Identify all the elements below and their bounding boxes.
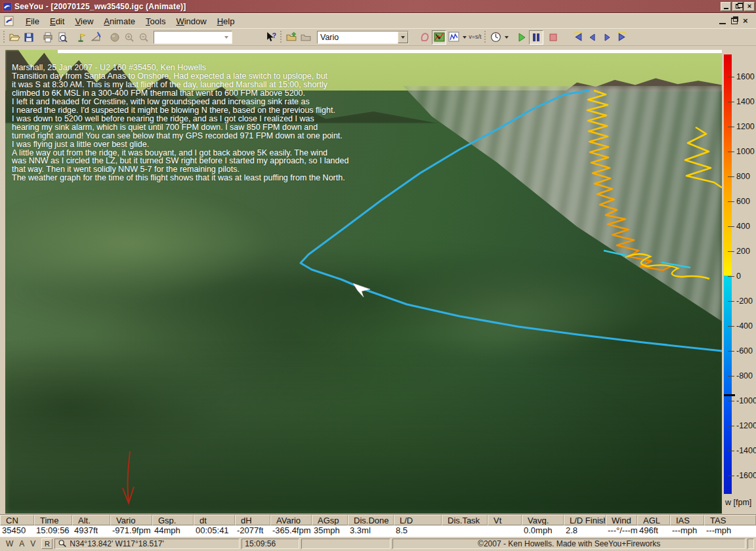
open-file-button[interactable] bbox=[7, 30, 22, 45]
table-column: Wind ---°/---mph bbox=[606, 515, 637, 537]
flight-track-lz-cyan[interactable] bbox=[604, 251, 690, 268]
flight-track-thermal[interactable] bbox=[587, 91, 671, 270]
client-area: Marshall, 25 Jan 2007 - U2 160 #35450, K… bbox=[0, 46, 756, 514]
tick-label: -1200 bbox=[736, 421, 756, 430]
scale-unit-label: w [fpm] bbox=[725, 498, 751, 507]
status-bar: WAV R N34°13.842' W117°18.517' 15:09:56 … bbox=[0, 537, 756, 550]
task-ruler-button[interactable] bbox=[89, 30, 103, 45]
table-column: Dis.Task bbox=[442, 515, 488, 537]
view-combobox[interactable]: Vario bbox=[317, 31, 409, 44]
view-combo-value: Vario bbox=[318, 33, 398, 42]
restore-button[interactable] bbox=[732, 2, 743, 11]
tick-label: 400 bbox=[736, 222, 750, 231]
scale-tick: -1400 bbox=[728, 438, 756, 463]
column-header: CN bbox=[0, 515, 34, 525]
zoom-combobox[interactable] bbox=[154, 31, 232, 44]
tick-label: -200 bbox=[736, 296, 753, 306]
tick-mark-icon bbox=[728, 127, 734, 127]
column-header: AVario bbox=[270, 515, 312, 525]
previous-fix-button[interactable] bbox=[585, 30, 600, 45]
app-logo-icon bbox=[3, 2, 12, 11]
tick-mark-icon bbox=[728, 226, 734, 227]
scale-tick: -400 bbox=[728, 314, 756, 338]
table-column: TAS ---mph bbox=[704, 515, 756, 537]
print-preview-button[interactable] bbox=[55, 30, 70, 45]
minimize-button[interactable] bbox=[721, 2, 731, 11]
table-column: Gsp. 44mph bbox=[152, 515, 194, 537]
tick-label: 1600 bbox=[736, 72, 755, 81]
speed-formula-button[interactable]: v=s/t bbox=[468, 30, 482, 45]
tick-label: 800 bbox=[736, 172, 750, 181]
last-fix-button[interactable] bbox=[614, 30, 629, 45]
view-combo-arrow[interactable] bbox=[398, 31, 408, 43]
tick-label: -400 bbox=[736, 321, 753, 331]
table-column: IAS ---mph bbox=[670, 515, 704, 537]
tick-mark-icon bbox=[728, 77, 734, 77]
table-column: Vavg. 0.0mph bbox=[522, 515, 564, 537]
tick-label: -1600 bbox=[736, 471, 756, 480]
pause-button[interactable] bbox=[529, 30, 543, 45]
flight-narrative: Marshall, 25 Jan 2007 - U2 160 #35450, K… bbox=[12, 64, 348, 182]
scale-tick: -1000 bbox=[728, 388, 756, 413]
column-value bbox=[442, 525, 488, 537]
vario-color-scale: 1600 1400 1200 1000 bbox=[722, 50, 756, 514]
clock-dropdown-arrow[interactable] bbox=[503, 31, 510, 44]
flight-track-thermal-far[interactable] bbox=[685, 127, 722, 188]
scale-ticks: 1600 1400 1200 1000 bbox=[728, 64, 756, 488]
column-value: 00:05:41 bbox=[194, 525, 235, 537]
flight-track-glide[interactable] bbox=[301, 91, 722, 351]
tick-label: 600 bbox=[736, 197, 750, 206]
table-column: dH -2077ft bbox=[235, 515, 270, 537]
graph-dropdown-arrow[interactable] bbox=[461, 31, 468, 44]
zoom-in-button bbox=[122, 30, 136, 45]
save-button[interactable] bbox=[22, 30, 36, 45]
scale-tick: -800 bbox=[728, 363, 756, 388]
column-value: -365.4fpm bbox=[270, 525, 312, 537]
print-button[interactable] bbox=[41, 30, 55, 45]
first-fix-button[interactable] bbox=[571, 30, 585, 45]
table-column: Vario -971.9fpm bbox=[110, 515, 152, 537]
close-button[interactable]: × bbox=[744, 2, 755, 11]
map-3d-view[interactable]: Marshall, 25 Jan 2007 - U2 160 #35450, K… bbox=[5, 50, 722, 514]
tick-label: -800 bbox=[736, 371, 753, 380]
view-3d-button[interactable] bbox=[432, 30, 446, 45]
narrative-line: hearing my sink alarm, which is quiet un… bbox=[12, 123, 348, 132]
column-header: AGsp bbox=[312, 515, 348, 525]
mdi-minimize-icon[interactable] bbox=[719, 18, 726, 24]
toolbar-grip[interactable] bbox=[484, 31, 487, 44]
narrative-line: I neared the ridge. I'd suspected it mig… bbox=[12, 106, 348, 115]
waypoint-flag-button[interactable] bbox=[74, 30, 89, 45]
open-flight-button[interactable] bbox=[284, 30, 299, 45]
stop-button[interactable] bbox=[546, 30, 560, 45]
mdi-close-icon[interactable]: × bbox=[743, 18, 749, 24]
help-pointer-button[interactable] bbox=[264, 30, 278, 45]
narrative-line: I was down to 5200 well before nearing t… bbox=[12, 115, 348, 123]
menu-item[interactable]: Tools bbox=[140, 15, 171, 28]
table-column: L/D Finish 2.8 bbox=[564, 515, 606, 537]
table-column: L/D 8.5 bbox=[394, 515, 442, 537]
next-fix-button[interactable] bbox=[600, 30, 614, 45]
play-button[interactable] bbox=[514, 30, 529, 45]
menu-item[interactable]: Animate bbox=[98, 15, 140, 28]
column-header: Dis.Task bbox=[442, 515, 488, 525]
menu-item[interactable]: File bbox=[20, 15, 45, 28]
zoom-combo-arrow[interactable] bbox=[221, 31, 232, 43]
toolbar-grip[interactable] bbox=[3, 31, 6, 44]
menu-item[interactable]: View bbox=[70, 15, 98, 28]
menu-item[interactable]: Window bbox=[171, 15, 211, 28]
graph-button[interactable] bbox=[446, 30, 461, 45]
record-button[interactable]: R bbox=[41, 539, 52, 549]
tick-label: -600 bbox=[736, 346, 753, 356]
mdi-restore-icon[interactable] bbox=[731, 18, 738, 24]
clock-button[interactable] bbox=[488, 30, 503, 45]
toolbar: Vario v=s/t bbox=[0, 28, 756, 46]
title-bar: SeeYou - [20070125_ww35450.igc (Animate)… bbox=[0, 0, 756, 13]
toolbar-grip[interactable] bbox=[280, 31, 283, 44]
menu-item[interactable]: Help bbox=[212, 15, 240, 28]
route-button[interactable] bbox=[417, 30, 432, 45]
scale-tick: 800 bbox=[728, 164, 756, 189]
menu-item[interactable]: Edit bbox=[45, 15, 70, 28]
table-column: dt 00:05:41 bbox=[194, 515, 235, 537]
column-header: Gsp. bbox=[152, 515, 194, 525]
close-flight-button bbox=[299, 30, 313, 45]
